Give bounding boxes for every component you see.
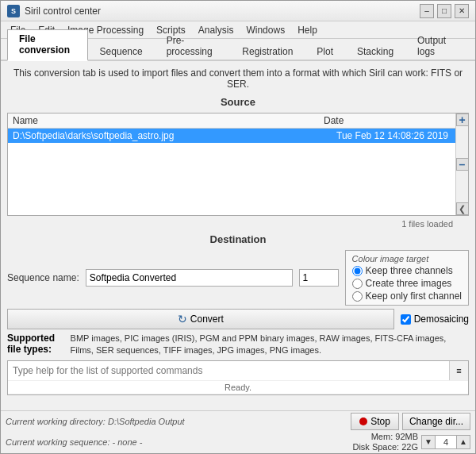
tab-stacking[interactable]: Stacking: [345, 42, 405, 61]
content-area: This conversion tab is used to import fi…: [1, 61, 475, 410]
supported-text: BMP images, PIC images (IRIS), PGM and P…: [71, 333, 469, 357]
title-bar-left: S Siril control center: [7, 5, 101, 17]
radio-create-three-label: Create three images: [366, 278, 452, 289]
destination-section: Sequence name: Colour image target Keep …: [7, 250, 469, 329]
file-date: Tue Feb 12 14:08:26 2019: [336, 130, 463, 141]
radio-keep-first-label: Keep only first channel: [366, 290, 462, 302]
stepper-down-button[interactable]: ▼: [422, 436, 435, 448]
tab-file-conversion[interactable]: File conversion: [7, 29, 88, 61]
convert-button[interactable]: ↻ Convert: [7, 309, 394, 329]
maximize-button[interactable]: □: [437, 4, 451, 18]
files-loaded: 1 files loaded: [7, 219, 469, 229]
scroll-add-btn[interactable]: +: [456, 114, 469, 126]
tab-registration[interactable]: Registration: [230, 42, 305, 61]
demosaic-checkbox[interactable]: [401, 314, 411, 325]
console-status: Ready.: [8, 381, 468, 394]
convert-label: Convert: [190, 314, 224, 325]
stepper-value: 4: [435, 436, 457, 448]
close-button[interactable]: ✕: [455, 4, 469, 18]
window-title: Siril control center: [25, 6, 101, 17]
app-icon: S: [7, 5, 20, 17]
source-file-row[interactable]: D:\Softpedia\darks\softpedia_astro.jpg T…: [8, 129, 468, 143]
change-dir-button[interactable]: Change dir...: [402, 413, 470, 430]
minimize-button[interactable]: –: [420, 4, 434, 18]
status-bar: Current working directory: D:\Softpedia …: [1, 410, 475, 453]
cws-text: Current working sequence: - none -: [6, 437, 142, 447]
status-row-cws: Current working sequence: - none - Mem: …: [6, 432, 470, 452]
scroll-back-btn[interactable]: ❮: [456, 202, 469, 215]
tab-sequence[interactable]: Sequence: [88, 42, 155, 61]
stop-icon: [359, 417, 367, 425]
stop-button[interactable]: Stop: [351, 413, 399, 430]
colour-target-box: Colour image target Keep three channels …: [345, 250, 469, 306]
main-window: S Siril control center – □ ✕ File Edit I…: [0, 0, 476, 454]
radio-keep-first[interactable]: Keep only first channel: [352, 290, 462, 302]
col-name-header: Name: [13, 115, 324, 126]
menu-help[interactable]: Help: [291, 23, 324, 37]
convert-row: ↻ Convert Demosaicing: [7, 309, 469, 329]
file-name: D:\Softpedia\darks\softpedia_astro.jpg: [13, 130, 336, 141]
destination-section-label: Destination: [7, 233, 469, 245]
sequence-name-label: Sequence name:: [7, 272, 79, 283]
description-text: This conversion tab is used to import fi…: [7, 66, 469, 91]
supported-row: Supported file types: BMP images, PIC im…: [7, 333, 469, 357]
radio-keep-three[interactable]: Keep three channels: [352, 265, 462, 276]
stop-label: Stop: [370, 416, 390, 427]
sequence-name-input[interactable]: [86, 269, 293, 287]
cwd-label: Current working directory:: [6, 417, 106, 426]
cwd-text: Current working directory: D:\Softpedia …: [6, 417, 185, 426]
num-input[interactable]: [299, 269, 339, 287]
stepper: ▼ 4 ▲: [421, 435, 470, 449]
scroll-minus-btn[interactable]: –: [456, 158, 469, 171]
source-section-label: Source: [7, 96, 469, 108]
status-row-cwd: Current working directory: D:\Softpedia …: [6, 413, 470, 430]
mem-disk-row: Mem: 92MB Disk Space: 22G ▼ 4 ▲: [352, 432, 470, 452]
convert-icon: ↻: [178, 313, 187, 325]
mem-label: Mem: 92MB: [371, 432, 418, 441]
source-container: Name Date D:\Softpedia\darks\softpedia_a…: [7, 113, 469, 216]
source-header: Name Date: [8, 114, 468, 129]
tab-output-logs[interactable]: Output logs: [405, 31, 469, 61]
console-input-row: ≡: [8, 361, 468, 381]
cws-value: - none -: [113, 437, 143, 447]
radio-keep-three-label: Keep three channels: [366, 265, 453, 276]
tab-plot[interactable]: Plot: [305, 42, 345, 61]
tabs-bar: File conversion Sequence Pre-processing …: [1, 39, 475, 61]
radio-create-three[interactable]: Create three images: [352, 278, 462, 289]
window-controls: – □ ✕: [420, 4, 469, 18]
console-menu-button[interactable]: ≡: [449, 361, 468, 380]
console-input[interactable]: [8, 361, 449, 380]
cws-label: Current working sequence:: [6, 437, 109, 447]
source-scrollbar: + – ❮: [455, 114, 468, 215]
cwd-value: D:\Softpedia Output: [108, 417, 185, 426]
title-bar: S Siril control center – □ ✕: [1, 1, 475, 21]
tab-pre-processing[interactable]: Pre-processing: [155, 31, 231, 61]
source-box: Name Date D:\Softpedia\darks\softpedia_a…: [7, 113, 469, 216]
stepper-up-button[interactable]: ▲: [457, 436, 470, 448]
status-buttons: Stop Change dir...: [351, 413, 470, 430]
console-section: ≡ Ready.: [7, 360, 469, 395]
col-date-header: Date: [324, 115, 451, 126]
supported-label: Supported file types:: [7, 333, 67, 355]
demosaic-checkbox-label[interactable]: Demosaicing: [401, 314, 469, 325]
mem-disk-labels: Mem: 92MB Disk Space: 22G: [352, 432, 418, 452]
menu-windows[interactable]: Windows: [240, 23, 291, 37]
dest-row-sequence: Sequence name: Colour image target Keep …: [7, 250, 469, 306]
demosaic-text: Demosaicing: [414, 314, 469, 325]
disk-label: Disk Space: 22G: [352, 442, 418, 452]
colour-target-title: Colour image target: [352, 254, 462, 264]
